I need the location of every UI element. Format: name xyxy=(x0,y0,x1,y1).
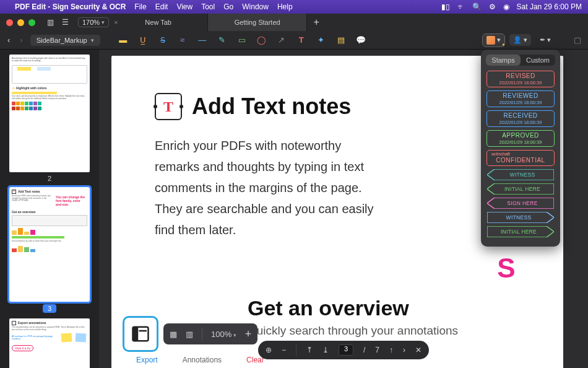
thumbnails-toggle-icon[interactable]: ▥ xyxy=(44,17,57,28)
stamp-reviewed[interactable]: REVIEWED2022/01/29 18:00:39 xyxy=(486,90,555,107)
thumbnail-page-2[interactable]: Annotating a text or marking pages with … xyxy=(9,55,90,182)
sidebar-markup-dropdown[interactable]: SideBar_Markup xyxy=(30,35,100,46)
tab-getting-started[interactable]: Getting Started xyxy=(208,14,307,31)
zoom-out-nav-icon[interactable]: − xyxy=(282,346,286,354)
control-center-icon[interactable]: ⚙ xyxy=(489,2,496,11)
macos-menubar: PDF Edit - Sign Security & OCR File Edit… xyxy=(0,0,588,14)
markup-toolbar: ‹ › SideBar_Markup ▬ U̲ S̶ ≈ — ✎ ▭ ◯ ↗ T… xyxy=(0,31,588,50)
panel-layout-icon xyxy=(131,325,150,343)
two-page-view-icon[interactable]: ▥ xyxy=(186,330,193,339)
arrow-stamp-list: WITNESSINITIAL HERESIGN HEREWITNESSINITI… xyxy=(486,169,555,237)
thumb-heading: Export annotations xyxy=(18,321,46,325)
export-tab[interactable]: Export xyxy=(136,356,158,364)
menu-view[interactable]: View xyxy=(176,2,192,11)
rectangle-tool-icon[interactable]: ▭ xyxy=(236,35,248,46)
menu-file[interactable]: File xyxy=(134,2,146,11)
oval-tool-icon[interactable]: ◯ xyxy=(256,35,267,46)
person-icon: 👤 xyxy=(513,36,522,44)
next-page-icon[interactable]: › xyxy=(403,346,405,354)
strikethrough-tool-icon[interactable]: S̶ xyxy=(157,35,168,46)
annotation-tools: ▬ U̲ S̶ ≈ — ✎ ▭ ◯ ↗ T ✦ ▤ 💬 xyxy=(118,35,366,46)
outline-toggle-icon[interactable]: ☰ xyxy=(59,17,72,28)
menu-edit[interactable]: Edit xyxy=(155,2,168,11)
section-heading: Get an overview xyxy=(248,296,514,320)
line-tool-icon[interactable]: — xyxy=(197,35,208,46)
stamp-tool-button[interactable]: ▾ ✦ xyxy=(483,34,504,46)
menu-help[interactable]: Help xyxy=(277,2,293,11)
scroll-top-icon[interactable]: ⤒ xyxy=(306,346,313,354)
close-tab-icon[interactable]: × xyxy=(114,19,118,26)
dropdown-label: SideBar_Markup xyxy=(37,37,87,44)
stamp-approved[interactable]: APPROVED2022/01/29 18:00:39 xyxy=(486,130,555,147)
scroll-bottom-icon[interactable]: ⤓ xyxy=(322,346,329,354)
highlight-tool-icon[interactable]: ▬ xyxy=(118,35,129,46)
grid-view-icon[interactable]: ▦ xyxy=(170,330,177,339)
stamps-panel: Stamps Custom REVISED2022/01/29 18:00:39… xyxy=(481,50,560,247)
tab-label: New Tab xyxy=(145,19,171,26)
freehand-tool-icon[interactable]: ✎ xyxy=(217,35,228,46)
annotations-tab[interactable]: Annotations xyxy=(183,356,222,364)
tab-stamps[interactable]: Stamps xyxy=(486,55,521,66)
new-tab-button[interactable]: + xyxy=(307,14,326,31)
profile-tool-button[interactable]: 👤▾ xyxy=(509,34,531,46)
text-note-icon: T xyxy=(155,93,182,120)
thumbnail-page-4[interactable]: Export annotations The annotated ideas c… xyxy=(9,318,90,368)
window-titlebar: ▥ ☰ 170% × New Tab Getting Started + xyxy=(0,14,588,31)
wifi-icon[interactable]: ᯤ xyxy=(457,2,465,11)
squiggly-tool-icon[interactable]: ≈ xyxy=(177,35,188,46)
sign-tool-button[interactable]: ✒︎▾ xyxy=(536,34,555,46)
zoom-dropdown[interactable]: 170% xyxy=(78,17,109,27)
tab-new-tab[interactable]: × New Tab xyxy=(109,14,208,31)
comment-tool-icon[interactable]: 💬 xyxy=(355,35,366,46)
close-navigator-icon[interactable]: ✕ xyxy=(415,346,422,354)
current-page-input[interactable]: 3 xyxy=(339,344,353,356)
arrow-tool-icon[interactable]: ↗ xyxy=(276,35,287,46)
arrow-stamp-witness[interactable]: WITNESS xyxy=(487,212,554,223)
zoom-window-button[interactable] xyxy=(28,19,35,26)
tab-label: Getting Started xyxy=(235,19,280,26)
document-tabs: × New Tab Getting Started + xyxy=(109,14,588,31)
thumb-pink-text: You can change the font family, color an… xyxy=(56,195,86,206)
battery-icon[interactable]: ▮▯ xyxy=(441,2,450,11)
arrow-stamp-witness[interactable]: WITNESS xyxy=(487,169,554,180)
thumbnail-image: Export annotations The annotated ideas c… xyxy=(9,318,90,368)
thumbnail-sidebar[interactable]: Annotating a text or marking pages with … xyxy=(0,50,99,368)
prev-page-icon[interactable]: ↑ xyxy=(389,346,393,354)
underline-tool-icon[interactable]: U̲ xyxy=(137,35,149,46)
thumb-cta: Give it a try xyxy=(12,345,33,351)
arrow-stamp-initial-here[interactable]: INITIAL HERE xyxy=(487,226,554,237)
arrow-stamp-initial-here[interactable]: INITIAL HERE xyxy=(487,183,554,195)
stamp-revised[interactable]: REVISED2022/01/29 18:00:39 xyxy=(486,71,555,87)
thumbnail-image: Annotating a text or marking pages with … xyxy=(9,55,90,172)
panel-toggle-icon[interactable]: ▢ xyxy=(572,35,583,46)
sidebar-view-button[interactable] xyxy=(123,316,158,352)
spotlight-icon[interactable]: 🔍 xyxy=(472,2,482,11)
view-mode-toolbar: ▦ ▥ 100% + xyxy=(123,316,257,352)
menu-tool[interactable]: Tool xyxy=(201,2,215,11)
siri-icon[interactable]: ◉ xyxy=(503,2,509,11)
close-window-button[interactable] xyxy=(6,19,13,26)
note-tool-icon[interactable]: ▤ xyxy=(335,35,347,46)
menu-go[interactable]: Go xyxy=(223,2,233,11)
zoom-in-icon[interactable]: + xyxy=(245,328,252,341)
thumb-heading: Add Text notes xyxy=(18,190,40,193)
clock[interactable]: Sat Jan 29 6:00 PM xyxy=(517,2,582,11)
back-button[interactable]: ‹ xyxy=(5,35,12,45)
stamp-confidential[interactable]: wdmchaftCONFIDENTIAL xyxy=(486,150,555,166)
svg-rect-1 xyxy=(133,327,139,341)
stamp-received[interactable]: RECEIVED2022/01/29 18:00:39 xyxy=(486,110,555,127)
menu-window[interactable]: Window xyxy=(242,2,269,11)
arrow-stamp-sign-here[interactable]: SIGN HERE xyxy=(487,198,554,209)
forward-button[interactable]: › xyxy=(17,35,25,45)
chevron-down-icon: ▾ xyxy=(524,36,527,44)
app-name[interactable]: PDF Edit - Sign Security & OCR xyxy=(15,2,126,11)
callout-tool-icon[interactable]: ✦ xyxy=(316,35,327,46)
thumbnail-page-3[interactable]: T Add Text notes Enrich your PDFs with n… xyxy=(9,187,90,313)
tab-custom[interactable]: Custom xyxy=(521,55,555,66)
zoom-inner-dropdown[interactable]: 100% xyxy=(211,330,236,339)
zoom-in-nav-icon[interactable]: ⊕ xyxy=(266,346,272,354)
body-paragraph: Enrich your PDFs with noteworthy remarks… xyxy=(155,135,384,240)
sidebar-toggle-segment[interactable]: ▥ ☰ xyxy=(44,17,72,28)
minimize-window-button[interactable] xyxy=(17,19,24,26)
text-tool-icon[interactable]: T xyxy=(296,35,307,46)
